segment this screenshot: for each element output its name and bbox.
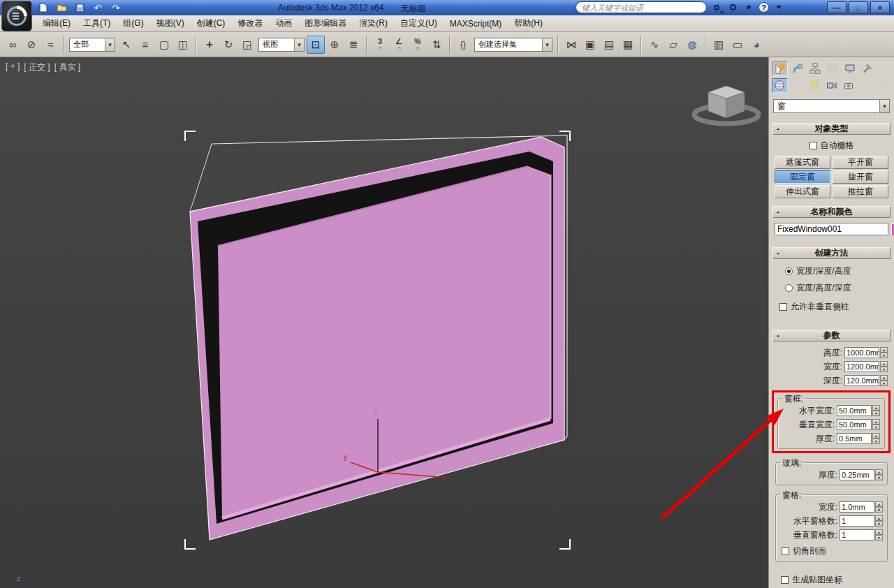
- percent-snap-button[interactable]: % ∩: [409, 36, 427, 54]
- select-and-scale-button[interactable]: ◲: [238, 36, 256, 54]
- menu-maxscript[interactable]: MAXScript(M): [444, 16, 508, 31]
- render-production-button[interactable]: ◕: [747, 36, 765, 54]
- curve-editor-button[interactable]: ∿: [645, 36, 664, 54]
- category-space-warps[interactable]: [858, 78, 874, 93]
- vertical-panels-spinner[interactable]: [875, 529, 883, 541]
- favorites-star-icon[interactable]: ★: [742, 2, 755, 13]
- rollout-object-type-header[interactable]: - 对象类型: [772, 123, 891, 135]
- rendered-frame-window-button[interactable]: ▭: [728, 36, 747, 54]
- schematic-view-button[interactable]: ▱: [664, 36, 682, 54]
- select-and-rotate-button[interactable]: ↻: [219, 36, 237, 54]
- save-file-button[interactable]: [73, 1, 87, 14]
- category-cameras[interactable]: [823, 78, 840, 93]
- menu-customize[interactable]: 自定义(U): [394, 15, 444, 32]
- menu-views[interactable]: 视图(V): [150, 15, 191, 32]
- object-category-dropdown[interactable]: 窗: [773, 99, 890, 113]
- viewport-pov-menu[interactable]: [ 正交 ]: [24, 61, 50, 73]
- pivoted-window-button[interactable]: 旋开窗: [833, 170, 888, 184]
- vertical-panels-field[interactable]: 1: [840, 529, 874, 541]
- horizontal-panels-spinner[interactable]: [875, 515, 883, 527]
- viewport-shading-menu[interactable]: [ 真实 ]: [54, 61, 80, 73]
- sliding-window-button[interactable]: 推拉窗: [833, 185, 888, 198]
- vertical-width-spinner[interactable]: [872, 419, 880, 430]
- infocenter-search-input[interactable]: [576, 1, 707, 13]
- frame-thickness-spinner[interactable]: [872, 433, 880, 444]
- rollout-name-color-header[interactable]: - 名称和颜色: [772, 206, 891, 218]
- menu-graph-editors[interactable]: 图形编辑器: [298, 15, 353, 32]
- radio-width-depth-height[interactable]: [785, 267, 793, 275]
- menu-tools[interactable]: 工具(T): [77, 15, 117, 32]
- horizontal-panels-field[interactable]: 1: [840, 515, 874, 527]
- select-and-manipulate-button[interactable]: ⊕: [325, 36, 344, 54]
- category-helpers[interactable]: [841, 78, 857, 93]
- new-scene-button[interactable]: [36, 1, 50, 14]
- open-file-button[interactable]: [54, 1, 68, 14]
- select-and-move-button[interactable]: +: [200, 36, 219, 54]
- tab-modify[interactable]: [789, 61, 805, 76]
- frame-thickness-field[interactable]: 0.5mm: [837, 433, 872, 444]
- allow-nonvertical-jambs-checkbox[interactable]: [779, 303, 787, 311]
- vertical-width-field[interactable]: 50.0mm: [837, 419, 872, 430]
- projected-window-button[interactable]: 伸出式窗: [775, 185, 830, 198]
- graphite-ribbon-button[interactable]: ▦: [619, 36, 637, 54]
- use-pivot-center-button[interactable]: ⊡: [307, 36, 325, 54]
- menu-help[interactable]: 帮助(H): [508, 15, 549, 32]
- viewcube[interactable]: [694, 86, 759, 124]
- application-menu-button[interactable]: [1, 1, 32, 31]
- menu-animation[interactable]: 动画: [269, 15, 298, 32]
- named-selection-sets-combo[interactable]: 创建选择集: [474, 38, 552, 52]
- tab-utilities[interactable]: [859, 61, 875, 76]
- align-button[interactable]: ▣: [581, 36, 599, 54]
- maximize-button[interactable]: □: [849, 1, 868, 13]
- glass-thickness-spinner[interactable]: [875, 469, 883, 480]
- depth-spinner[interactable]: [880, 375, 888, 386]
- object-color-swatch[interactable]: [891, 223, 894, 235]
- window-crossing-button[interactable]: ◫: [174, 36, 192, 54]
- rollout-parameters-header[interactable]: - 参数: [772, 330, 891, 341]
- category-geometry[interactable]: [772, 78, 788, 93]
- mirror-button[interactable]: ⋈: [562, 36, 580, 54]
- communication-center-icon[interactable]: [726, 2, 739, 13]
- select-and-link-button[interactable]: ∞: [3, 36, 22, 54]
- keyboard-override-button[interactable]: ≣: [344, 36, 362, 54]
- autogrid-checkbox[interactable]: [809, 142, 817, 149]
- bind-to-space-warp-button[interactable]: ≈: [41, 36, 59, 54]
- unlink-selection-button[interactable]: ⊘: [22, 36, 41, 54]
- tab-hierarchy[interactable]: [807, 61, 823, 76]
- menu-rendering[interactable]: 渲染(R): [353, 15, 394, 32]
- snap-toggle-button[interactable]: 3 ∩: [371, 36, 389, 54]
- selection-region-button[interactable]: ▢: [155, 36, 173, 54]
- layer-manager-button[interactable]: ▤: [600, 36, 618, 54]
- chamfered-profile-checkbox[interactable]: [782, 547, 789, 555]
- redo-button[interactable]: ↷: [109, 1, 123, 14]
- category-systems[interactable]: [875, 78, 891, 93]
- awning-window-button[interactable]: 遮篷式窗: [775, 156, 830, 169]
- rail-width-spinner[interactable]: [875, 501, 883, 513]
- angle-snap-button[interactable]: ∠ ∩: [390, 36, 408, 54]
- tab-motion[interactable]: [824, 61, 840, 76]
- edit-named-sets-button[interactable]: {}: [454, 36, 472, 54]
- height-spinner[interactable]: [880, 347, 888, 358]
- casement-window-button[interactable]: 平开窗: [833, 156, 888, 169]
- width-spinner[interactable]: [880, 361, 888, 372]
- render-setup-button[interactable]: ▥: [710, 36, 728, 54]
- menu-modifiers[interactable]: 修改器: [231, 15, 269, 32]
- close-button[interactable]: ×: [870, 1, 890, 13]
- depth-field[interactable]: 120.0mm: [844, 375, 879, 386]
- menu-group[interactable]: 组(G): [117, 15, 149, 32]
- object-name-field[interactable]: [775, 223, 888, 235]
- rail-width-field[interactable]: 1.0mm: [840, 501, 874, 513]
- select-object-button[interactable]: ↖: [117, 36, 135, 54]
- selection-filter-combo[interactable]: 全部: [69, 38, 115, 52]
- horizontal-width-spinner[interactable]: [872, 405, 880, 416]
- menu-edit[interactable]: 编辑(E): [36, 15, 77, 32]
- width-field[interactable]: 1200.0mm: [844, 361, 879, 372]
- category-shapes[interactable]: [789, 78, 805, 93]
- horizontal-width-field[interactable]: 50.0mm: [837, 405, 872, 416]
- infocenter-dropdown-icon[interactable]: [772, 2, 785, 13]
- tab-display[interactable]: [842, 61, 858, 76]
- viewport[interactable]: [ + ] [ 正交 ] [ 真实 ]: [0, 57, 768, 588]
- minimize-button[interactable]: —: [827, 1, 847, 13]
- category-lights[interactable]: [806, 78, 822, 93]
- radio-width-height-depth[interactable]: [785, 284, 793, 292]
